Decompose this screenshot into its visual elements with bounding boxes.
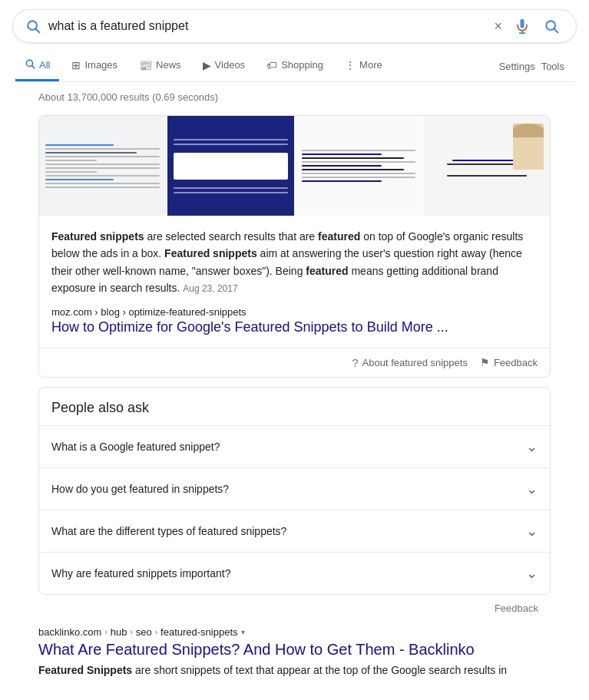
news-icon: 📰: [139, 59, 152, 71]
voice-search-button[interactable]: [513, 17, 531, 35]
featured-bold-2: featured: [318, 230, 360, 243]
mini-line-10: [45, 179, 114, 180]
snippet-text-2: are selected search results that are: [144, 230, 318, 243]
snippet-image-2: [167, 116, 294, 216]
shopping-icon: 🏷: [266, 59, 277, 71]
nav-left: All ⊞ Images 📰 News ▶ Videos 🏷 Shopping …: [15, 51, 490, 81]
breadcrumb-arrow-3: ›: [155, 628, 157, 636]
tab-more-label: More: [359, 59, 382, 71]
svg-line-5: [32, 66, 35, 68]
nav-tabs: All ⊞ Images 📰 News ▶ Videos 🏷 Shopping …: [12, 51, 577, 82]
organic-title-1[interactable]: What Are Featured Snippets? And How to G…: [38, 639, 551, 659]
featured-snippets-bold-3: Featured snippets: [164, 247, 257, 259]
paa-item-1[interactable]: What is a Google featured snippet? ⌄: [39, 426, 550, 468]
snippet-feedback-button[interactable]: ⚑ Feedback: [480, 356, 538, 368]
mini-line-c3-5: [302, 165, 382, 167]
breadcrumb-arrow-1: ›: [104, 628, 107, 636]
snippet-image-1: [39, 116, 166, 216]
more-icon: ⋮: [345, 59, 356, 71]
mini-line-6: [45, 163, 160, 165]
organic-desc-rest: are short snippets of text that appear a…: [132, 664, 507, 676]
settings-link[interactable]: Settings: [499, 61, 535, 72]
tab-shopping-label: Shopping: [281, 59, 323, 71]
tab-videos[interactable]: ▶ Videos: [194, 51, 255, 81]
mini-line-c3-1: [302, 150, 416, 151]
snippet-date: Aug 23, 2017: [183, 283, 237, 294]
mini-line-c2-4: [174, 192, 288, 193]
breadcrumb-featured-snippets: featured-snippets: [160, 626, 237, 638]
mini-line-4: [45, 156, 160, 157]
snippet-image-2-content: [167, 116, 294, 216]
tab-shopping[interactable]: 🏷 Shopping: [257, 51, 333, 81]
all-icon: [25, 58, 35, 71]
svg-line-3: [554, 29, 558, 33]
mini-line-c2-3: [174, 187, 288, 189]
mini-line-c4-2: [452, 160, 521, 161]
snippet-image-3: [296, 116, 422, 216]
tab-all[interactable]: All: [15, 51, 59, 81]
tools-link[interactable]: Tools: [541, 61, 564, 72]
content: About 13,700,000 results (0.69 seconds): [0, 82, 589, 697]
snippet-feedback-label: Feedback: [494, 357, 538, 368]
chevron-down-icon-1: ⌄: [526, 438, 538, 455]
organic-result-1: backlinko.com › hub › seo › featured-sni…: [38, 623, 551, 688]
mini-line-c3-6: [302, 169, 405, 170]
mini-line-9: [45, 175, 160, 177]
breadcrumb-domain: backlinko.com: [38, 626, 101, 638]
mini-line-8: [45, 171, 97, 173]
breadcrumb-seo: seo: [136, 626, 152, 638]
svg-line-1: [36, 29, 40, 33]
breadcrumb-dropdown-icon[interactable]: ▾: [241, 628, 245, 636]
question-circle-icon: ?: [352, 356, 358, 369]
chevron-down-icon-3: ⌄: [526, 523, 538, 540]
snippet-breadcrumb: moz.com › blog › optimize-featured-snipp…: [51, 306, 538, 318]
clear-button[interactable]: ×: [491, 18, 505, 35]
tab-all-label: All: [39, 59, 50, 71]
mini-line-c2-2: [174, 144, 288, 145]
breadcrumb-arrow-2: ›: [130, 628, 132, 636]
paa-item-4[interactable]: Why are featured snippets important? ⌄: [39, 553, 550, 594]
tab-images-label: Images: [84, 59, 117, 71]
tab-more[interactable]: ⋮ More: [336, 51, 392, 81]
tab-news-label: News: [156, 59, 181, 71]
search-icons: ×: [491, 14, 564, 38]
header: what is a featured snippet ×: [0, 0, 589, 82]
images-icon: ⊞: [71, 59, 81, 71]
mini-line-7: [45, 167, 160, 169]
snippet-images: [39, 116, 550, 216]
search-bar-row: what is a featured snippet ×: [12, 9, 577, 43]
paa-question-2: How do you get featured in snippets?: [51, 483, 229, 495]
tab-news[interactable]: 📰 News: [130, 51, 190, 81]
flag-icon: ⚑: [480, 356, 490, 368]
about-snippets-label: About featured snippets: [362, 357, 468, 368]
snippet-image-3-content: [296, 116, 422, 216]
about-featured-snippets-button[interactable]: ? About featured snippets: [352, 356, 468, 369]
mini-line-2: [45, 148, 160, 150]
paa-title: People also ask: [39, 388, 550, 426]
snippet-image-1-content: [39, 116, 166, 216]
organic-desc-1: Featured Snippets are short snippets of …: [38, 662, 551, 679]
mini-line-12: [45, 187, 160, 188]
mini-line-3: [45, 152, 137, 154]
search-icon-inline: [25, 18, 41, 34]
mini-line-c4-6: [447, 175, 527, 177]
snippet-link[interactable]: How to Optimize for Google's Featured Sn…: [51, 319, 538, 335]
tab-images[interactable]: ⊞ Images: [62, 51, 127, 81]
featured-snippet-box: Featured snippets are selected search re…: [38, 115, 551, 378]
organic-breadcrumb: backlinko.com › hub › seo › featured-sni…: [38, 626, 551, 638]
mini-line-c3-7: [302, 173, 416, 174]
search-input[interactable]: what is a featured snippet: [48, 19, 491, 33]
breadcrumb-hub: hub: [111, 626, 127, 638]
google-search-button[interactable]: [539, 14, 564, 38]
nav-right: Settings Tools: [490, 53, 574, 80]
paa-feedback-row: Feedback: [38, 598, 551, 623]
mini-line-11: [45, 183, 160, 184]
paa-question-4: Why are featured snippets important?: [51, 567, 230, 579]
mic-icon: [515, 18, 530, 34]
tab-videos-label: Videos: [215, 59, 246, 71]
paa-item-3[interactable]: What are the different types of featured…: [39, 510, 550, 553]
paa-feedback-link[interactable]: Feedback: [495, 603, 538, 614]
paa-question-3: What are the different types of featured…: [51, 525, 286, 537]
snippet-content: Featured snippets are selected search re…: [39, 216, 550, 348]
paa-item-2[interactable]: How do you get featured in snippets? ⌄: [39, 468, 550, 510]
